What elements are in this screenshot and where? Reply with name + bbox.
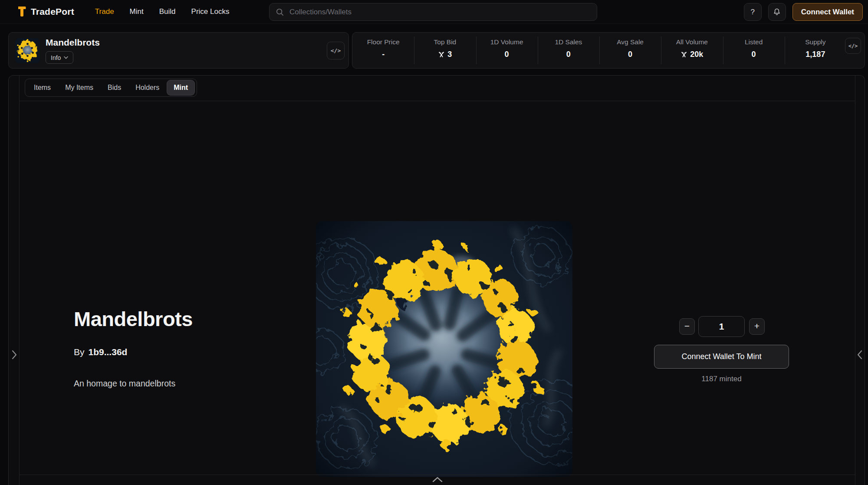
navbar-actions: ? Connect Wallet: [744, 3, 863, 21]
nav-item-trade[interactable]: Trade: [95, 7, 114, 16]
stat-label: Listed: [745, 38, 763, 46]
stat-label: All Volume: [676, 38, 708, 46]
token-icon: [438, 51, 445, 58]
stat-avg-sale: Avg Sale 0: [599, 33, 661, 68]
quantity-decrease-button[interactable]: −: [679, 318, 695, 335]
expand-right-panel-chevron-icon[interactable]: [857, 350, 862, 360]
stat-value: 1,187: [806, 50, 825, 59]
tab-mint[interactable]: Mint: [167, 80, 194, 95]
quantity-input[interactable]: [698, 316, 745, 337]
stat-floor-price: Floor Price -: [352, 33, 414, 68]
stats-code-button[interactable]: </>: [845, 38, 861, 54]
creator-byline: By1b9...36d: [74, 347, 127, 357]
stat-label: Supply: [805, 38, 825, 46]
stat-value: 0: [566, 50, 571, 59]
nav-item-build[interactable]: Build: [159, 7, 176, 16]
stat-label: 1D Volume: [490, 38, 523, 46]
by-label: By: [74, 347, 85, 357]
stat-label: Top Bid: [434, 38, 457, 46]
stat-value: 0: [752, 50, 756, 59]
search-icon: [276, 8, 284, 16]
stat-number: 20k: [690, 50, 703, 59]
tab-holders[interactable]: Holders: [129, 80, 166, 95]
stat-value: 0: [628, 50, 632, 59]
tab-items[interactable]: Items: [27, 80, 57, 95]
stat-top-bid: Top Bid 3: [414, 33, 476, 68]
nav-links: Trade Mint Build Price Locks: [95, 7, 230, 16]
stat-listed: Listed 0: [723, 33, 785, 68]
mint-collection-title: Mandelbrots: [74, 307, 193, 331]
tradeport-app: TradePort Trade Mint Build Price Locks ?: [0, 0, 868, 485]
tradeport-logo-icon: [13, 5, 26, 18]
chevron-down-icon: [64, 56, 68, 59]
contract-code-button[interactable]: </>: [327, 42, 345, 59]
brand[interactable]: TradePort: [13, 5, 74, 18]
stat-label: Avg Sale: [617, 38, 644, 46]
search-bar[interactable]: [269, 3, 597, 21]
nav-item-mint[interactable]: Mint: [130, 7, 144, 16]
token-icon: [681, 51, 687, 58]
stat-value: 3: [438, 50, 452, 59]
collection-artwork: [316, 221, 572, 477]
notifications-button[interactable]: [768, 3, 786, 21]
expand-bottom-panel-chevron-icon[interactable]: [432, 477, 443, 485]
main-panel: Items My Items Bids Holders Mint Mandelb…: [8, 75, 865, 485]
stat-label: Floor Price: [367, 38, 400, 46]
stat-value: 0: [505, 50, 509, 59]
bottom-bar: [20, 475, 855, 485]
stat-1d-sales: 1D Sales 0: [538, 33, 599, 68]
connect-wallet-button[interactable]: Connect Wallet: [792, 3, 863, 21]
right-rail: [855, 76, 865, 485]
info-dropdown[interactable]: Info: [46, 51, 73, 64]
expand-left-panel-chevron-icon[interactable]: [12, 350, 17, 360]
tabs: Items My Items Bids Holders Mint: [25, 79, 197, 97]
help-button[interactable]: ?: [744, 3, 762, 21]
stat-number: 3: [447, 50, 452, 59]
nav-item-price-locks[interactable]: Price Locks: [191, 7, 230, 16]
collection-title: Mandelbrots: [46, 37, 100, 48]
search-input[interactable]: [289, 7, 591, 17]
collection-avatar[interactable]: [15, 38, 40, 63]
stat-label: 1D Sales: [555, 38, 582, 46]
stat-value: -: [382, 50, 385, 59]
tab-bids[interactable]: Bids: [101, 80, 128, 95]
info-label: Info: [51, 54, 61, 61]
stat-value: 20k: [681, 50, 703, 59]
connect-wallet-to-mint-button[interactable]: Connect Wallet To Mint: [654, 345, 789, 369]
collection-description: An homage to mandelbrots: [74, 379, 175, 389]
quantity-increase-button[interactable]: +: [749, 318, 765, 335]
stat-all-volume: All Volume 20k: [661, 33, 723, 68]
stat-1d-volume: 1D Volume 0: [476, 33, 538, 68]
collection-header-card: Mandelbrots Info </>: [8, 32, 349, 69]
minted-count: 1187 minted: [654, 375, 789, 383]
bell-icon: [773, 7, 781, 16]
navbar: TradePort Trade Mint Build Price Locks ?: [0, 0, 868, 24]
tab-my-items[interactable]: My Items: [59, 80, 100, 95]
creator-address[interactable]: 1b9...36d: [89, 347, 128, 357]
brand-name: TradePort: [31, 7, 74, 17]
collection-stats-card: Floor Price - Top Bid 3: [352, 32, 865, 69]
tabs-row: Items My Items Bids Holders Mint: [20, 76, 855, 101]
left-rail: [9, 76, 20, 485]
